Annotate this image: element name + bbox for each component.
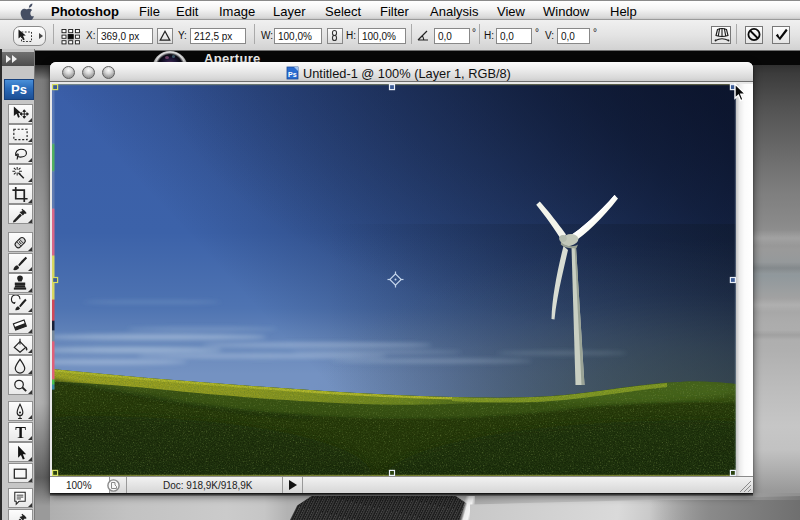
svg-text:T: T xyxy=(15,424,26,441)
svg-text:Ps: Ps xyxy=(288,71,297,78)
